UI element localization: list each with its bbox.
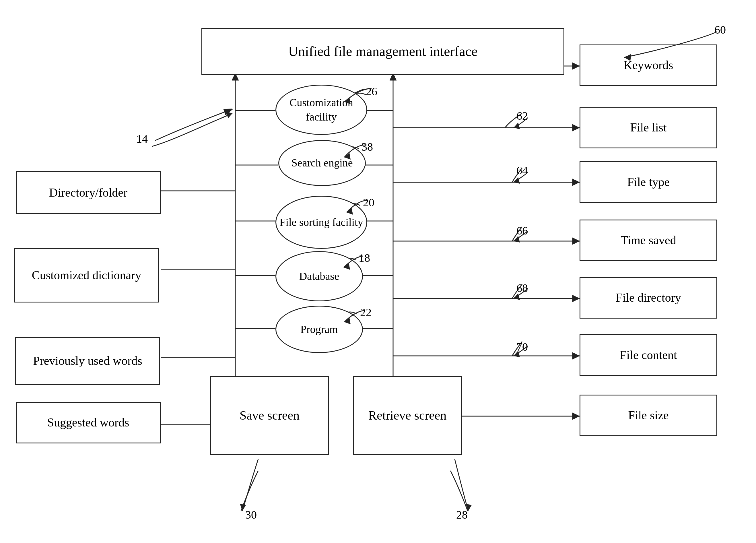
label-18: 18 bbox=[359, 251, 370, 264]
svg-marker-47 bbox=[240, 504, 246, 511]
label-70: 70 bbox=[516, 340, 528, 354]
file-content-box: File content bbox=[580, 334, 717, 376]
label-64: 64 bbox=[516, 163, 528, 177]
svg-marker-30 bbox=[572, 237, 580, 244]
file-type-box: File type bbox=[580, 161, 717, 203]
label-22: 22 bbox=[360, 306, 372, 319]
customized-dictionary-box: Customized dictionary bbox=[14, 248, 159, 303]
suggested-words-box: Suggested words bbox=[16, 402, 161, 443]
label-68: 68 bbox=[516, 281, 528, 295]
label-60: 60 bbox=[714, 23, 726, 36]
label-26: 26 bbox=[366, 85, 377, 98]
database-ellipse: Database bbox=[275, 251, 363, 301]
retrieve-screen-box: Retrieve screen bbox=[353, 376, 462, 455]
search-engine-ellipse: Search engine bbox=[278, 140, 366, 186]
svg-marker-29 bbox=[572, 179, 580, 186]
svg-marker-31 bbox=[572, 295, 580, 302]
file-size-box: File size bbox=[580, 395, 717, 436]
label-28: 28 bbox=[456, 508, 468, 521]
svg-marker-38 bbox=[514, 177, 520, 184]
time-saved-box: Time saved bbox=[580, 219, 717, 261]
label-62: 62 bbox=[516, 109, 528, 122]
svg-marker-37 bbox=[514, 122, 520, 129]
label-30: 30 bbox=[245, 508, 257, 521]
label-20: 20 bbox=[363, 196, 374, 209]
svg-marker-33 bbox=[572, 413, 580, 420]
label-38: 38 bbox=[362, 140, 373, 153]
directory-folder-box: Directory/folder bbox=[16, 171, 161, 214]
save-screen-box: Save screen bbox=[210, 376, 329, 455]
file-list-box: File list bbox=[580, 107, 717, 148]
file-sorting-ellipse: File sorting facility bbox=[275, 196, 367, 249]
customization-facility-ellipse: Customization facility bbox=[275, 85, 367, 135]
svg-marker-28 bbox=[572, 124, 580, 131]
keywords-box: Keywords bbox=[580, 44, 717, 86]
svg-marker-35 bbox=[226, 111, 232, 118]
previously-used-words-box: Previously used words bbox=[15, 337, 160, 385]
unified-file-management-box: Unified file management interface bbox=[201, 28, 564, 75]
label-66: 66 bbox=[516, 224, 528, 237]
svg-marker-27 bbox=[572, 63, 580, 69]
file-directory-box: File directory bbox=[580, 277, 717, 319]
label-14: 14 bbox=[136, 132, 148, 145]
svg-marker-32 bbox=[572, 353, 580, 359]
program-ellipse: Program bbox=[275, 306, 363, 353]
